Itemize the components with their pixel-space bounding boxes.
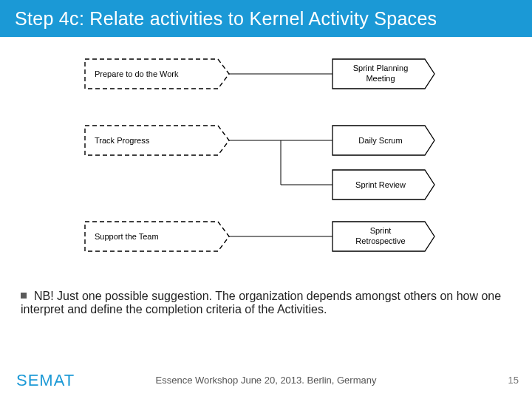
activity-label: Sprint Planning <box>353 64 409 72</box>
footer-text: Essence Workshop June 20, 2013. Berlin, … <box>0 375 532 386</box>
activity-space-label: Track Progress <box>95 136 150 145</box>
activity-label: Daily Scrum <box>358 136 402 145</box>
title-bar: Step 4c: Relate activities to Kernel Act… <box>0 0 532 37</box>
page-number: 15 <box>508 375 519 386</box>
note-text: NB! Just one possible suggestion. The or… <box>21 290 501 316</box>
activity-label: Retrospective <box>355 236 405 245</box>
activity-label: Sprint <box>370 226 392 235</box>
page-title: Step 4c: Relate activities to Kernel Act… <box>15 8 437 30</box>
note-paragraph: NB! Just one possible suggestion. The or… <box>21 290 511 317</box>
bullet-square-icon <box>21 293 27 299</box>
activity-space-label: Prepare to do the Work <box>95 69 179 78</box>
kernel-activity-diagram: Prepare to do the Work Track Progress Su… <box>81 52 451 273</box>
activity-label: Meeting <box>366 74 395 83</box>
activity-space-label: Support the Team <box>95 232 159 241</box>
activity-label: Sprint Review <box>355 180 406 189</box>
